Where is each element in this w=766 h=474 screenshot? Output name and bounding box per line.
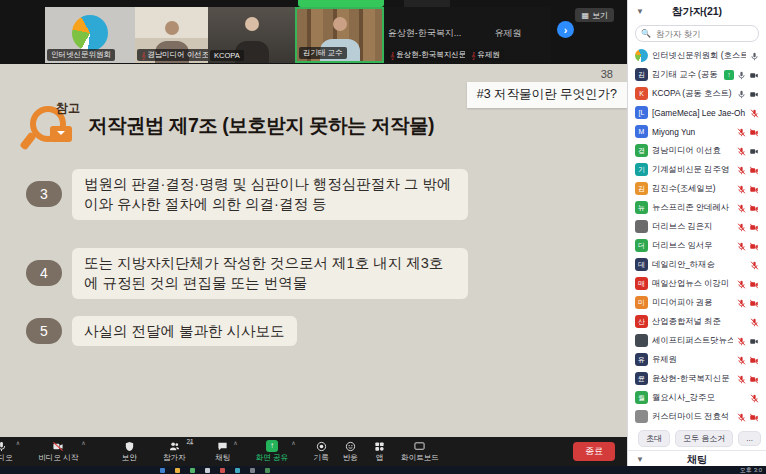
- participant-row[interactable]: 김김진수(조세일보): [635, 179, 759, 198]
- toolbar-reactions-button[interactable]: 반응: [343, 440, 358, 463]
- mic-muted-icon: [737, 370, 746, 388]
- toolbar-participants-button[interactable]: 21 참가자: [163, 440, 186, 463]
- search-icon: 🔍: [641, 29, 651, 38]
- toolbar-security-button[interactable]: 보안: [122, 440, 137, 463]
- participants-footer: 초대 모두 음소거 ...: [628, 426, 766, 450]
- toolbar-record-button[interactable]: 기록: [314, 440, 329, 463]
- participant-row[interactable]: 산산업종합저널 최준: [635, 312, 759, 331]
- camera-off-icon: [749, 294, 759, 312]
- participant-name: 매일산업뉴스 이강미: [652, 278, 733, 289]
- camera-on-icon: [749, 85, 759, 103]
- toolbar-share-screen-button[interactable]: ↑ 화면 공유: [256, 440, 289, 463]
- video-tile[interactable]: KCOPA: [208, 7, 295, 63]
- participant-row[interactable]: 경경남미디어 이선효: [635, 141, 759, 160]
- mic-on-icon: [737, 85, 746, 103]
- participant-status-icons: [750, 313, 759, 331]
- participant-row[interactable]: 유유제원: [635, 350, 759, 369]
- participant-row[interactable]: 뉴뉴스프리존 안데레사: [635, 198, 759, 217]
- chevron-up-icon[interactable]: ∧: [16, 439, 20, 446]
- participant-row[interactable]: 더더리브스 임서우: [635, 236, 759, 255]
- avatar: 더: [635, 239, 648, 252]
- item-text: 법원의 판결·결정·명령 및 심판이나 행정심판절차 그 밖에 이와 유사한 절…: [72, 169, 468, 220]
- chevron-down-icon[interactable]: ▼: [636, 455, 644, 464]
- record-icon: [316, 440, 327, 452]
- participant-name: 커스터마이드 전효석: [652, 411, 733, 422]
- video-tile-active-speaker[interactable]: 김기태 교수: [295, 7, 384, 63]
- camera-on-icon: [749, 142, 759, 160]
- toolbar-video-button[interactable]: 비디오 시작: [38, 440, 78, 463]
- camera-off-icon: [749, 351, 759, 369]
- participant-row[interactable]: MMiyong Yun: [635, 122, 759, 141]
- participant-status-icons: [737, 294, 759, 312]
- participant-row[interactable]: 윤윤상현-한국복지신문: [635, 369, 759, 388]
- participant-row[interactable]: 매매일산업뉴스 이강미: [635, 274, 759, 293]
- chevron-down-icon[interactable]: ▼: [636, 7, 644, 16]
- participant-status-icons: [750, 104, 759, 122]
- participant-name: 윤상현-한국복지신문: [652, 373, 733, 384]
- participant-row[interactable]: 데데일리안_하재승: [635, 255, 759, 274]
- participant-row[interactable]: 김김기태 교수 (공동 호스트)↑: [635, 65, 759, 84]
- camera-off-icon: [749, 408, 759, 426]
- mic-muted-icon: [750, 313, 759, 331]
- camera-off-icon: [749, 218, 759, 236]
- next-page-arrow-button[interactable]: ›: [557, 21, 574, 38]
- camera-on-icon: [749, 66, 759, 84]
- people-icon: 21: [168, 440, 181, 452]
- participant-row[interactable]: 커스터마이드 전효석: [635, 407, 759, 426]
- slide-title: 저작권법 제7조 (보호받지 못하는 저작물): [88, 112, 434, 139]
- avatar: M: [635, 125, 648, 138]
- participant-count-badge: 21: [186, 438, 193, 445]
- mic-muted-icon: [737, 161, 746, 179]
- avatar: 유: [635, 353, 648, 366]
- participant-row[interactable]: 더리브스 김은지: [635, 217, 759, 236]
- participant-row[interactable]: [L[GameMeca] Lee Jae-Oh: [635, 103, 759, 122]
- screen-sharing-banner: [298, 0, 384, 7]
- mic-on-icon: [750, 47, 759, 65]
- participant-row[interactable]: 미미디어피아 권용: [635, 293, 759, 312]
- avatar: 김: [635, 68, 648, 81]
- participant-status-icons: [737, 237, 759, 255]
- participant-search-input[interactable]: [654, 28, 753, 40]
- organization-logo: [72, 15, 108, 51]
- participant-row[interactable]: 세이프티퍼스트닷뉴스 김희경: [635, 331, 759, 350]
- participant-status-icons: ↑: [724, 66, 759, 84]
- grid-icon: ▦: [581, 11, 589, 20]
- participant-status-icons: [750, 256, 759, 274]
- chevron-up-icon[interactable]: ∧: [233, 439, 237, 446]
- mute-all-button[interactable]: 모두 음소거: [675, 430, 733, 447]
- participant-name: 김진수(조세일보): [652, 183, 733, 194]
- video-tile[interactable]: 윤상현-한국복지... 𝄞윤상현-한국복지신문: [384, 7, 465, 63]
- participant-row[interactable]: 월월요시사_강주모: [635, 388, 759, 407]
- more-options-button[interactable]: ...: [738, 431, 761, 446]
- toolbar-apps-button[interactable]: 앱: [374, 440, 385, 463]
- toolbar-chat-button[interactable]: 채팅: [215, 440, 230, 463]
- chevron-up-icon[interactable]: ∧: [291, 439, 295, 446]
- tile-name-label: 김기태 교수: [299, 47, 347, 59]
- toolbar-whiteboard-button[interactable]: 화이트보드: [401, 440, 439, 463]
- mic-muted-icon: [750, 104, 759, 122]
- mic-muted-icon: [737, 123, 746, 141]
- invite-button[interactable]: 초대: [638, 430, 670, 447]
- participant-video-silhouette: [333, 17, 347, 31]
- mic-muted-icon: [737, 351, 746, 369]
- chevron-up-icon[interactable]: ∧: [81, 439, 85, 446]
- participant-row[interactable]: KKCOPA (공동 호스트): [635, 84, 759, 103]
- mic-muted-icon: 𝄞: [471, 52, 475, 59]
- camera-off-icon: [749, 237, 759, 255]
- participant-name: KCOPA (공동 호스트): [652, 88, 733, 99]
- toolbar-audio-button[interactable]: 오디오: [0, 440, 13, 463]
- avatar: 산: [635, 315, 648, 328]
- video-tile[interactable]: 유제원 𝄞유제원: [465, 7, 551, 63]
- view-button[interactable]: ▦보기: [575, 8, 614, 22]
- participant-row[interactable]: 인터넷신문위원회 (호스트, 나): [635, 46, 759, 65]
- participant-name: 산업종합저널 최준: [652, 316, 746, 327]
- mic-muted-icon: [737, 142, 746, 160]
- participant-row[interactable]: 기기계설비신문 김주영: [635, 160, 759, 179]
- video-tile[interactable]: 𝄞경남미디어 이선조: [135, 7, 208, 63]
- taskbar-app-icons[interactable]: [160, 468, 270, 473]
- participant-search-box[interactable]: 🔍: [635, 25, 759, 42]
- video-tile[interactable]: 인터넷신문위원회: [45, 7, 135, 63]
- end-meeting-button[interactable]: 종료: [573, 442, 615, 461]
- slide-list-item: 5 사실의 전달에 불과한 시사보도: [26, 316, 297, 346]
- avatar: 경: [635, 144, 648, 157]
